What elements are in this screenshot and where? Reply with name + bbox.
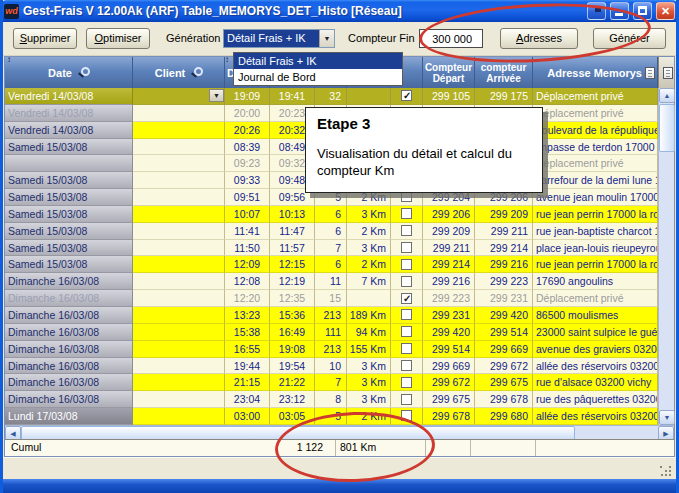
col-header-compteur-depart[interactable]: CompteurDépart bbox=[423, 57, 475, 88]
toolbar: Supprimer Optimiser Génération Détail Fr… bbox=[3, 22, 676, 56]
prive-checkbox[interactable] bbox=[401, 309, 412, 320]
prive-checkbox[interactable] bbox=[401, 377, 412, 388]
table-row[interactable]: Dimanche 16/03/08 23:04 23:12 8 3 Km 299… bbox=[5, 391, 658, 408]
supprimer-button[interactable]: Supprimer bbox=[13, 28, 77, 49]
cell-heure-depart: 20:26 bbox=[225, 122, 270, 139]
cell-prive bbox=[391, 290, 423, 307]
dropdown-option[interactable]: Journal de Bord bbox=[234, 69, 402, 85]
cell-adresse: 86500 moulismes bbox=[533, 307, 658, 324]
cell-date: Vendredi 14/03/08 bbox=[5, 88, 133, 105]
cell-client bbox=[133, 189, 225, 206]
help-button[interactable] bbox=[587, 2, 606, 20]
generer-button[interactable]: Générer bbox=[593, 28, 666, 49]
table-menu-corner[interactable] bbox=[658, 57, 674, 88]
cell-km: 7 Km bbox=[347, 273, 391, 290]
cell-heure-depart: 23:04 bbox=[225, 391, 270, 408]
col-header-adresse[interactable]: Adresse Memorys bbox=[533, 57, 658, 88]
prive-checkbox[interactable] bbox=[401, 394, 412, 405]
table-row[interactable]: Samedi 15/03/08 10:07 10:13 6 3 Km 299 2… bbox=[5, 206, 658, 223]
cell-heure-arrivee: 12:19 bbox=[270, 273, 315, 290]
scroll-down-icon[interactable]: ▼ bbox=[659, 410, 675, 425]
table-row[interactable]: Dimanche 16/03/08 21:15 21:22 7 3 Km 299… bbox=[5, 374, 658, 391]
prive-checkbox[interactable] bbox=[401, 410, 412, 421]
cell-adresse: rue d'alsace 03200 vichy bbox=[533, 374, 658, 391]
vertical-scroll-thumb[interactable] bbox=[659, 104, 675, 152]
cell-compteur-depart: 299 672 bbox=[423, 374, 475, 391]
cell-compteur-arrivee: 299 223 bbox=[475, 273, 533, 290]
prive-checkbox[interactable] bbox=[401, 208, 412, 219]
col-compteur-arrivee-label: compteurArrivée bbox=[481, 62, 527, 84]
cell-heure-depart: 13:23 bbox=[225, 307, 270, 324]
col-header-date[interactable]: Date bbox=[5, 57, 133, 88]
prive-checkbox[interactable] bbox=[401, 343, 412, 354]
cell-compteur-depart: 299 209 bbox=[423, 223, 475, 240]
prive-checkbox[interactable] bbox=[401, 276, 412, 287]
table-row[interactable]: Dimanche 16/03/08 12:08 12:19 11 7 Km 29… bbox=[5, 273, 658, 290]
prive-checkbox[interactable] bbox=[401, 360, 412, 371]
cell-client bbox=[133, 206, 225, 223]
cell-prive bbox=[391, 341, 423, 358]
cell-heure-arrivee: 19:54 bbox=[270, 358, 315, 375]
table-row[interactable]: Samedi 15/03/08 11:41 11:47 6 2 Km 299 2… bbox=[5, 223, 658, 240]
generation-dropdown-list: Détail Frais + IKJournal de Bord bbox=[233, 52, 403, 86]
prive-checkbox[interactable] bbox=[401, 225, 412, 236]
step-callout-title: Etape 3 bbox=[317, 115, 531, 132]
chevron-down-icon[interactable]: ▼ bbox=[319, 30, 334, 47]
col-header-compteur-arrivee[interactable]: compteurArrivée bbox=[475, 57, 533, 88]
prive-checkbox[interactable] bbox=[401, 293, 412, 304]
prive-checkbox[interactable] bbox=[401, 242, 412, 253]
app-window: wd Gest-Frais V 12.00Ak (ARF) Table_MEMO… bbox=[0, 0, 679, 493]
cell-date: Samedi 15/03/08 bbox=[5, 139, 133, 156]
cell-km: 3 Km bbox=[347, 240, 391, 257]
cell-date: Samedi 15/03/08 bbox=[5, 189, 133, 206]
table-row[interactable]: Dimanche 16/03/08 16:55 19:08 213 155 Km… bbox=[5, 341, 658, 358]
table-row[interactable]: Dimanche 16/03/08 13:23 15:36 213 189 Km… bbox=[5, 307, 658, 324]
title-bar[interactable]: wd Gest-Frais V 12.00Ak (ARF) Table_MEMO… bbox=[0, 0, 679, 22]
search-icon[interactable] bbox=[78, 67, 89, 78]
cell-duree-mn: 6 bbox=[315, 206, 347, 223]
vertical-scrollbar[interactable]: ▲ ▼ bbox=[658, 88, 674, 425]
prive-checkbox[interactable] bbox=[401, 90, 412, 101]
client-dropdown-button[interactable]: ▼ bbox=[209, 89, 224, 102]
col-header-client[interactable]: Client bbox=[133, 57, 225, 88]
cell-heure-arrivee: 10:13 bbox=[270, 206, 315, 223]
compteur-fin-input[interactable] bbox=[419, 29, 483, 48]
cell-prive bbox=[391, 408, 423, 425]
table-row[interactable]: Samedi 15/03/08 12:09 12:15 6 2 Km 299 2… bbox=[5, 256, 658, 273]
table-row[interactable]: Lundi 17/03/08 03:00 03:05 5 2 Km 299 67… bbox=[5, 408, 658, 425]
cell-prive bbox=[391, 324, 423, 341]
cell-date: Samedi 15/03/08 bbox=[5, 206, 133, 223]
cell-adresse: allée des réservoirs 03200 vichy bbox=[533, 358, 658, 375]
cell-date: Dimanche 16/03/08 bbox=[5, 324, 133, 341]
optimiser-button[interactable]: Optimiser bbox=[86, 28, 150, 49]
cell-km: 3 Km bbox=[347, 358, 391, 375]
cell-client bbox=[133, 341, 225, 358]
cell-heure-depart: 15:38 bbox=[225, 324, 270, 341]
sort-handle-icon[interactable]: ↕ bbox=[225, 55, 229, 65]
maximize-button[interactable] bbox=[633, 2, 652, 20]
cell-prive bbox=[391, 374, 423, 391]
cell-compteur-depart: 299 211 bbox=[423, 240, 475, 257]
minimize-button[interactable] bbox=[610, 2, 629, 20]
close-button[interactable]: ✕ bbox=[656, 2, 675, 20]
search-icon[interactable] bbox=[191, 67, 202, 78]
cell-heure-arrivee: 16:49 bbox=[270, 324, 315, 341]
dropdown-option[interactable]: Détail Frais + IK bbox=[234, 53, 402, 69]
resize-grip[interactable] bbox=[660, 466, 672, 477]
cumul-count: 1 122 bbox=[275, 440, 335, 456]
generation-combobox[interactable]: Détail Frais + IK ▼ bbox=[223, 29, 335, 48]
adresses-button[interactable]: Adresses bbox=[500, 28, 578, 49]
table-row[interactable]: Dimanche 16/03/08 19:44 19:54 10 3 Km 29… bbox=[5, 358, 658, 375]
sort-handle-icon[interactable]: ↕ bbox=[7, 55, 11, 65]
table-row[interactable]: Vendredi 14/03/08 ▼ 19:09 19:41 32 299 1… bbox=[5, 88, 658, 105]
table-menu-icon[interactable] bbox=[663, 67, 673, 79]
table-row[interactable]: Dimanche 16/03/08 12:20 12:35 15 299 223… bbox=[5, 290, 658, 307]
scroll-up-icon[interactable]: ▲ bbox=[659, 88, 675, 103]
prive-checkbox[interactable] bbox=[401, 259, 412, 270]
table-row[interactable]: Samedi 15/03/08 11:50 11:57 7 3 Km 299 2… bbox=[5, 240, 658, 257]
prive-checkbox[interactable] bbox=[401, 326, 412, 337]
prive-checkbox[interactable] bbox=[401, 191, 412, 202]
table-row[interactable]: Dimanche 16/03/08 15:38 16:49 111 94 Km … bbox=[5, 324, 658, 341]
cell-compteur-depart: 299 216 bbox=[423, 273, 475, 290]
step-callout: Etape 3 Visualisation du détail et calcu… bbox=[305, 107, 543, 193]
